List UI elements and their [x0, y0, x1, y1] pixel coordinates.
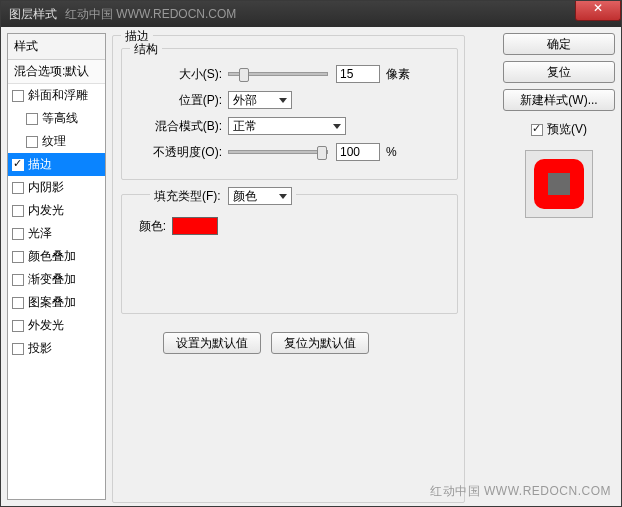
window-title: 图层样式	[9, 6, 57, 23]
set-default-button[interactable]: 设置为默认值	[163, 332, 261, 354]
sidebar-item-label: 光泽	[28, 225, 52, 242]
opacity-unit: %	[386, 145, 397, 159]
sidebar-item-inner-shadow[interactable]: 内阴影	[8, 176, 105, 199]
sidebar-item-color-overlay[interactable]: 颜色叠加	[8, 245, 105, 268]
sidebar-item-label: 描边	[28, 156, 52, 173]
close-button[interactable]: ✕	[575, 1, 621, 21]
fill-group: 填充类型(F): 颜色 颜色:	[121, 194, 458, 314]
sidebar-item-label: 投影	[28, 340, 52, 357]
select-value: 正常	[233, 118, 257, 135]
color-label: 颜色:	[132, 218, 172, 235]
checkbox-icon[interactable]	[12, 90, 24, 102]
main-panel: 描边 结构 大小(S): 像素 位置(P): 外部	[112, 33, 497, 500]
preview-box	[525, 150, 593, 218]
sidebar-item-satin[interactable]: 光泽	[8, 222, 105, 245]
preview-core	[548, 173, 570, 195]
checkbox-icon[interactable]	[26, 136, 38, 148]
sidebar-item-label: 内发光	[28, 202, 64, 219]
cancel-button[interactable]: 复位	[503, 61, 615, 83]
color-row: 颜色:	[132, 215, 447, 237]
checkbox-icon[interactable]	[12, 228, 24, 240]
sidebar-item-bevel[interactable]: 斜面和浮雕	[8, 84, 105, 107]
opacity-label: 不透明度(O):	[132, 144, 228, 161]
sidebar-item-gradient-overlay[interactable]: 渐变叠加	[8, 268, 105, 291]
sidebar-item-label: 图案叠加	[28, 294, 76, 311]
watermark-text: 红动中国 WWW.REDOCN.COM	[65, 6, 236, 23]
sidebar-item-contour[interactable]: 等高线	[8, 107, 105, 130]
checkbox-icon[interactable]	[12, 297, 24, 309]
checkbox-icon[interactable]	[12, 274, 24, 286]
sidebar-item-label: 颜色叠加	[28, 248, 76, 265]
position-label: 位置(P):	[132, 92, 228, 109]
preview-label: 预览(V)	[547, 121, 587, 138]
sidebar-blend-defaults[interactable]: 混合选项:默认	[8, 60, 105, 84]
structure-group: 结构 大小(S): 像素 位置(P): 外部 混	[121, 48, 458, 180]
checkbox-icon[interactable]	[12, 182, 24, 194]
opacity-row: 不透明度(O): %	[132, 141, 447, 163]
blend-mode-select[interactable]: 正常	[228, 117, 346, 135]
sidebar-item-pattern-overlay[interactable]: 图案叠加	[8, 291, 105, 314]
sidebar-item-texture[interactable]: 纹理	[8, 130, 105, 153]
size-row: 大小(S): 像素	[132, 63, 447, 85]
sidebar-item-label: 渐变叠加	[28, 271, 76, 288]
fill-type-select[interactable]: 颜色	[228, 187, 292, 205]
fill-type-label: 填充类型(F): 颜色	[150, 187, 296, 205]
titlebar: 图层样式 红动中国 WWW.REDOCN.COM ✕	[1, 1, 621, 27]
slider-thumb-icon[interactable]	[239, 68, 249, 82]
size-input[interactable]	[336, 65, 380, 83]
styles-sidebar: 样式 混合选项:默认 斜面和浮雕 等高线 纹理 描边 内阴影 内发光 光泽 颜色…	[7, 33, 106, 500]
checkbox-icon[interactable]	[12, 205, 24, 217]
checkbox-icon[interactable]	[12, 320, 24, 332]
sidebar-item-label: 外发光	[28, 317, 64, 334]
sidebar-item-outer-glow[interactable]: 外发光	[8, 314, 105, 337]
blend-row: 混合模式(B): 正常	[132, 115, 447, 137]
position-select[interactable]: 外部	[228, 91, 292, 109]
position-row: 位置(P): 外部	[132, 89, 447, 111]
sidebar-item-label: 纹理	[42, 133, 66, 150]
sidebar-header[interactable]: 样式	[8, 34, 105, 60]
slider-thumb-icon[interactable]	[317, 146, 327, 160]
right-column: 确定 复位 新建样式(W)... 预览(V)	[503, 33, 615, 500]
reset-default-button[interactable]: 复位为默认值	[271, 332, 369, 354]
blend-label: 混合模式(B):	[132, 118, 228, 135]
group-title: 结构	[130, 41, 162, 58]
layer-style-dialog: 图层样式 红动中国 WWW.REDOCN.COM ✕ 样式 混合选项:默认 斜面…	[0, 0, 622, 507]
preview-checkbox[interactable]	[531, 124, 543, 136]
defaults-buttons: 设置为默认值 复位为默认值	[163, 332, 369, 354]
preview-swatch	[534, 159, 584, 209]
size-label: 大小(S):	[132, 66, 228, 83]
sidebar-item-label: 等高线	[42, 110, 78, 127]
checkbox-icon[interactable]	[12, 343, 24, 355]
sidebar-item-label: 斜面和浮雕	[28, 87, 88, 104]
sidebar-item-stroke[interactable]: 描边	[8, 153, 105, 176]
select-value: 外部	[233, 92, 257, 109]
size-unit: 像素	[386, 66, 410, 83]
stroke-group: 描边 结构 大小(S): 像素 位置(P): 外部	[112, 35, 465, 503]
color-swatch[interactable]	[172, 217, 218, 235]
opacity-input[interactable]	[336, 143, 380, 161]
checkbox-icon[interactable]	[12, 159, 24, 171]
chevron-down-icon	[279, 98, 287, 103]
preview-toggle-row: 预览(V)	[503, 121, 615, 138]
chevron-down-icon	[279, 194, 287, 199]
content: 样式 混合选项:默认 斜面和浮雕 等高线 纹理 描边 内阴影 内发光 光泽 颜色…	[1, 27, 621, 506]
chevron-down-icon	[333, 124, 341, 129]
close-icon: ✕	[593, 1, 603, 15]
checkbox-icon[interactable]	[26, 113, 38, 125]
ok-button[interactable]: 确定	[503, 33, 615, 55]
select-value: 颜色	[233, 188, 257, 205]
sidebar-item-drop-shadow[interactable]: 投影	[8, 337, 105, 360]
sidebar-item-label: 内阴影	[28, 179, 64, 196]
sidebar-item-inner-glow[interactable]: 内发光	[8, 199, 105, 222]
size-slider[interactable]	[228, 72, 328, 76]
checkbox-icon[interactable]	[12, 251, 24, 263]
new-style-button[interactable]: 新建样式(W)...	[503, 89, 615, 111]
opacity-slider[interactable]	[228, 150, 328, 154]
